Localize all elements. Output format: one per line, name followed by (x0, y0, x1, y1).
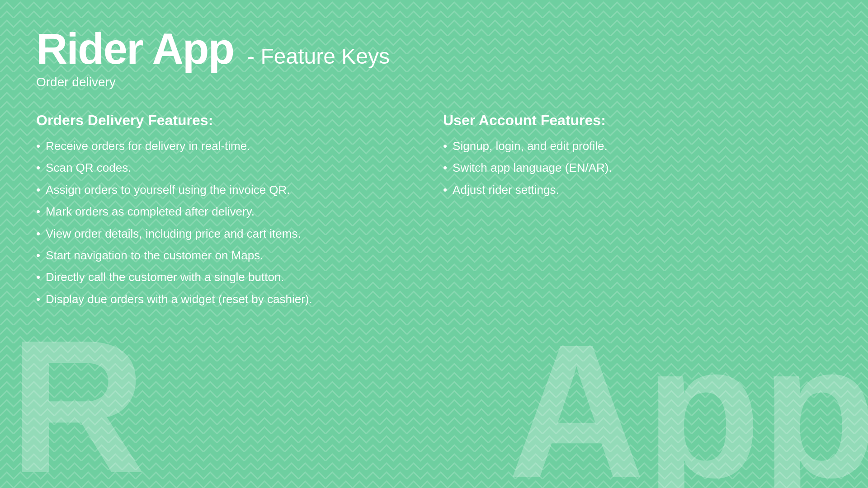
bg-letter-r: R (9, 312, 146, 488)
orders-delivery-list: Receive orders for delivery in real-time… (36, 138, 425, 307)
orders-delivery-heading: Orders Delivery Features: (36, 112, 425, 129)
list-item: Assign orders to yourself using the invo… (36, 182, 425, 198)
list-item: Directly call the customer with a single… (36, 269, 425, 285)
list-item: Switch app language (EN/AR). (443, 160, 832, 176)
list-item: Display due orders with a widget (reset … (36, 291, 425, 307)
list-item: Signup, login, and edit profile. (443, 138, 832, 154)
list-item: Scan QR codes. (36, 160, 425, 176)
list-item: Adjust rider settings. (443, 182, 832, 198)
feature-keys-subtitle: - Feature Keys (247, 44, 390, 69)
list-item: Mark orders as completed after delivery. (36, 203, 425, 220)
orders-delivery-section: Orders Delivery Features: Receive orders… (36, 112, 425, 313)
features-grid: Orders Delivery Features: Receive orders… (36, 112, 832, 313)
order-delivery-subtitle: Order delivery (36, 75, 832, 89)
list-item: View order details, including price and … (36, 225, 425, 242)
main-content: Rider App - Feature Keys Order delivery … (0, 0, 868, 331)
app-title: Rider App (36, 27, 234, 70)
header: Rider App - Feature Keys (36, 27, 832, 70)
user-account-list: Signup, login, and edit profile.Switch a… (443, 138, 832, 198)
user-account-heading: User Account Features: (443, 112, 832, 129)
list-item: Receive orders for delivery in real-time… (36, 138, 425, 154)
bg-letter-app: App (508, 316, 868, 488)
user-account-section: User Account Features: Signup, login, an… (443, 112, 832, 313)
list-item: Start navigation to the customer on Maps… (36, 247, 425, 263)
